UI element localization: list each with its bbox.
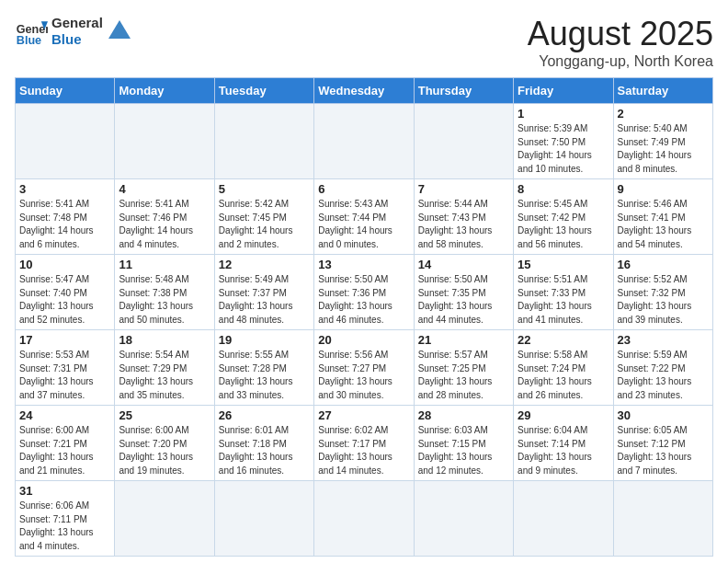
day-info: Sunrise: 5:58 AM Sunset: 7:24 PM Dayligh…	[518, 349, 609, 402]
col-header-tuesday: Tuesday	[214, 78, 313, 104]
calendar-cell: 8Sunrise: 5:45 AM Sunset: 7:42 PM Daylig…	[514, 179, 613, 255]
calendar-cell: 19Sunrise: 5:55 AM Sunset: 7:28 PM Dayli…	[214, 330, 313, 406]
day-info: Sunrise: 5:52 AM Sunset: 7:32 PM Dayligh…	[618, 273, 709, 327]
calendar-cell	[613, 481, 712, 557]
calendar-cell: 20Sunrise: 5:56 AM Sunset: 7:27 PM Dayli…	[314, 330, 414, 406]
day-number: 22	[518, 333, 609, 347]
calendar-title-area: August 2025 Yonggang-up, North Korea	[528, 15, 713, 70]
calendar-cell: 21Sunrise: 5:57 AM Sunset: 7:25 PM Dayli…	[414, 330, 513, 406]
calendar-cell: 25Sunrise: 6:00 AM Sunset: 7:20 PM Dayli…	[115, 406, 214, 481]
calendar-cell: 10Sunrise: 5:47 AM Sunset: 7:40 PM Dayli…	[16, 255, 115, 330]
day-info: Sunrise: 5:41 AM Sunset: 7:48 PM Dayligh…	[19, 198, 110, 251]
day-number: 24	[19, 408, 110, 422]
day-number: 7	[418, 182, 509, 196]
day-info: Sunrise: 6:01 AM Sunset: 7:18 PM Dayligh…	[219, 424, 310, 477]
day-number: 1	[518, 107, 609, 121]
calendar-cell: 12Sunrise: 5:49 AM Sunset: 7:37 PM Dayli…	[214, 255, 313, 330]
day-info: Sunrise: 6:03 AM Sunset: 7:15 PM Dayligh…	[418, 424, 509, 477]
day-info: Sunrise: 5:49 AM Sunset: 7:37 PM Dayligh…	[219, 273, 310, 327]
calendar-cell	[414, 104, 513, 179]
day-number: 18	[119, 333, 210, 347]
calendar-cell	[214, 481, 313, 557]
calendar-cell: 14Sunrise: 5:50 AM Sunset: 7:35 PM Dayli…	[414, 255, 513, 330]
calendar-cell	[514, 481, 613, 557]
day-number: 21	[418, 333, 509, 347]
day-number: 17	[19, 333, 110, 347]
calendar-subtitle: Yonggang-up, North Korea	[528, 53, 713, 70]
day-number: 5	[219, 182, 310, 196]
day-info: Sunrise: 5:45 AM Sunset: 7:42 PM Dayligh…	[518, 198, 609, 251]
calendar-week-row: 1Sunrise: 5:39 AM Sunset: 7:50 PM Daylig…	[16, 104, 713, 179]
calendar-cell	[214, 104, 313, 179]
day-number: 4	[119, 182, 210, 196]
day-number: 30	[618, 408, 709, 422]
calendar-cell: 18Sunrise: 5:54 AM Sunset: 7:29 PM Dayli…	[115, 330, 214, 406]
calendar-cell: 22Sunrise: 5:58 AM Sunset: 7:24 PM Dayli…	[514, 330, 613, 406]
svg-text:Blue: Blue	[17, 34, 41, 47]
day-info: Sunrise: 5:53 AM Sunset: 7:31 PM Dayligh…	[19, 349, 110, 402]
calendar-table: SundayMondayTuesdayWednesdayThursdayFrid…	[15, 77, 713, 557]
day-info: Sunrise: 5:57 AM Sunset: 7:25 PM Dayligh…	[418, 349, 509, 402]
calendar-cell: 11Sunrise: 5:48 AM Sunset: 7:38 PM Dayli…	[115, 255, 214, 330]
calendar-cell: 16Sunrise: 5:52 AM Sunset: 7:32 PM Dayli…	[613, 255, 712, 330]
day-info: Sunrise: 5:50 AM Sunset: 7:36 PM Dayligh…	[318, 273, 409, 327]
day-info: Sunrise: 5:47 AM Sunset: 7:40 PM Dayligh…	[19, 273, 110, 327]
day-info: Sunrise: 5:48 AM Sunset: 7:38 PM Dayligh…	[119, 273, 210, 327]
calendar-week-row: 3Sunrise: 5:41 AM Sunset: 7:48 PM Daylig…	[16, 179, 713, 255]
calendar-week-row: 31Sunrise: 6:06 AM Sunset: 7:11 PM Dayli…	[16, 481, 713, 557]
calendar-cell: 15Sunrise: 5:51 AM Sunset: 7:33 PM Dayli…	[514, 255, 613, 330]
day-info: Sunrise: 5:44 AM Sunset: 7:43 PM Dayligh…	[418, 198, 509, 251]
col-header-sunday: Sunday	[16, 78, 115, 104]
calendar-week-row: 10Sunrise: 5:47 AM Sunset: 7:40 PM Dayli…	[16, 255, 713, 330]
day-number: 25	[119, 408, 210, 422]
day-info: Sunrise: 5:55 AM Sunset: 7:28 PM Dayligh…	[219, 349, 310, 402]
day-number: 27	[318, 408, 409, 422]
day-info: Sunrise: 5:46 AM Sunset: 7:41 PM Dayligh…	[618, 198, 709, 251]
day-info: Sunrise: 5:50 AM Sunset: 7:35 PM Dayligh…	[418, 273, 509, 327]
svg-marker-3	[108, 20, 131, 39]
calendar-cell: 6Sunrise: 5:43 AM Sunset: 7:44 PM Daylig…	[314, 179, 414, 255]
day-number: 12	[219, 258, 310, 271]
calendar-cell: 1Sunrise: 5:39 AM Sunset: 7:50 PM Daylig…	[514, 104, 613, 179]
calendar-cell	[16, 104, 115, 179]
calendar-cell: 5Sunrise: 5:42 AM Sunset: 7:45 PM Daylig…	[214, 179, 313, 255]
calendar-cell	[115, 481, 214, 557]
col-header-monday: Monday	[115, 78, 214, 104]
calendar-cell: 4Sunrise: 5:41 AM Sunset: 7:46 PM Daylig…	[115, 179, 214, 255]
day-info: Sunrise: 6:05 AM Sunset: 7:12 PM Dayligh…	[618, 424, 709, 477]
logo: General Blue General Blue	[15, 15, 132, 48]
day-info: Sunrise: 5:42 AM Sunset: 7:45 PM Dayligh…	[219, 198, 310, 251]
day-info: Sunrise: 5:41 AM Sunset: 7:46 PM Dayligh…	[119, 198, 210, 251]
calendar-cell: 3Sunrise: 5:41 AM Sunset: 7:48 PM Daylig…	[16, 179, 115, 255]
day-info: Sunrise: 5:43 AM Sunset: 7:44 PM Dayligh…	[318, 198, 409, 251]
calendar-cell	[414, 481, 513, 557]
calendar-cell: 7Sunrise: 5:44 AM Sunset: 7:43 PM Daylig…	[414, 179, 513, 255]
calendar-cell	[314, 104, 414, 179]
calendar-cell	[314, 481, 414, 557]
calendar-cell: 26Sunrise: 6:01 AM Sunset: 7:18 PM Dayli…	[214, 406, 313, 481]
day-number: 16	[618, 258, 709, 271]
day-number: 6	[318, 182, 409, 196]
calendar-cell: 9Sunrise: 5:46 AM Sunset: 7:41 PM Daylig…	[613, 179, 712, 255]
calendar-cell: 28Sunrise: 6:03 AM Sunset: 7:15 PM Dayli…	[414, 406, 513, 481]
logo-icon: General Blue	[15, 15, 48, 48]
calendar-cell: 13Sunrise: 5:50 AM Sunset: 7:36 PM Dayli…	[314, 255, 414, 330]
day-info: Sunrise: 6:06 AM Sunset: 7:11 PM Dayligh…	[19, 500, 110, 553]
calendar-cell: 23Sunrise: 5:59 AM Sunset: 7:22 PM Dayli…	[613, 330, 712, 406]
calendar-cell: 17Sunrise: 5:53 AM Sunset: 7:31 PM Dayli…	[16, 330, 115, 406]
day-number: 20	[318, 333, 409, 347]
calendar-cell: 24Sunrise: 6:00 AM Sunset: 7:21 PM Dayli…	[16, 406, 115, 481]
calendar-cell	[115, 104, 214, 179]
col-header-wednesday: Wednesday	[314, 78, 414, 104]
day-number: 2	[618, 107, 709, 121]
day-info: Sunrise: 6:04 AM Sunset: 7:14 PM Dayligh…	[518, 424, 609, 477]
day-info: Sunrise: 5:56 AM Sunset: 7:27 PM Dayligh…	[318, 349, 409, 402]
day-number: 28	[418, 408, 509, 422]
day-number: 3	[19, 182, 110, 196]
day-number: 8	[518, 182, 609, 196]
logo-triangle-icon	[107, 18, 132, 44]
day-info: Sunrise: 6:00 AM Sunset: 7:21 PM Dayligh…	[19, 424, 110, 477]
day-info: Sunrise: 5:54 AM Sunset: 7:29 PM Dayligh…	[119, 349, 210, 402]
calendar-cell: 30Sunrise: 6:05 AM Sunset: 7:12 PM Dayli…	[613, 406, 712, 481]
day-info: Sunrise: 5:39 AM Sunset: 7:50 PM Dayligh…	[518, 122, 609, 176]
